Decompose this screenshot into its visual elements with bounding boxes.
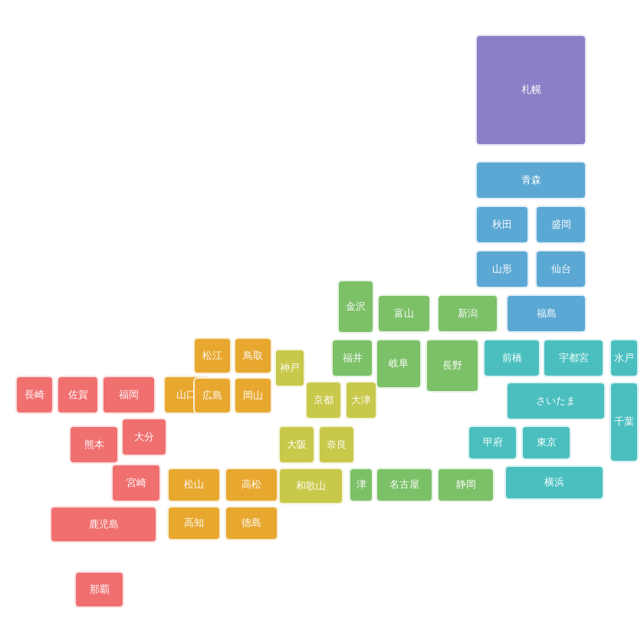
region-label-saga: 佐賀	[68, 389, 88, 402]
region-kofu[interactable]: 甲府	[468, 426, 518, 460]
region-fukushima[interactable]: 福島	[506, 294, 586, 333]
region-label-oita: 大分	[134, 431, 154, 444]
region-matsue[interactable]: 松江	[193, 337, 232, 374]
region-naha[interactable]: 那覇	[74, 571, 124, 608]
region-label-matsuyama: 松山	[184, 478, 204, 491]
region-hiroshima[interactable]: 広島	[193, 377, 232, 414]
region-label-sapporo: 札幌	[521, 84, 541, 97]
region-tottori[interactable]: 鳥取	[234, 337, 272, 374]
region-sapporo[interactable]: 札幌	[475, 34, 586, 146]
region-niigata[interactable]: 新潟	[437, 294, 498, 333]
region-gifu[interactable]: 岐阜	[376, 339, 422, 389]
region-nagoya[interactable]: 名古屋	[376, 468, 433, 502]
region-label-takamatsu: 高松	[242, 478, 261, 491]
region-aomori[interactable]: 青森	[475, 161, 586, 199]
region-kanazawa[interactable]: 金沢	[337, 280, 374, 334]
region-saga[interactable]: 佐賀	[57, 376, 99, 414]
region-osaka[interactable]: 大阪	[278, 426, 315, 464]
region-kyoto[interactable]: 京都	[305, 381, 342, 419]
region-label-okayama: 岡山	[243, 389, 263, 402]
region-label-hiroshima: 広島	[202, 389, 222, 402]
region-takamatsu[interactable]: 高松	[225, 468, 278, 502]
region-label-saitama: さいたま	[536, 395, 576, 408]
region-label-tsu: 津	[356, 478, 366, 491]
region-okayama[interactable]: 岡山	[234, 377, 272, 414]
region-otsu[interactable]: 大津	[345, 381, 377, 419]
region-label-sendai: 仙台	[551, 263, 571, 276]
region-kochi[interactable]: 高知	[167, 506, 221, 540]
region-maebashi[interactable]: 前橋	[483, 339, 540, 377]
region-label-fukuoka: 福岡	[119, 389, 139, 402]
region-matsuyama[interactable]: 松山	[167, 468, 221, 502]
region-label-kochi: 高知	[184, 517, 204, 530]
region-label-aomori: 青森	[521, 174, 541, 187]
region-label-nara: 奈良	[327, 439, 347, 452]
region-label-fukui: 福井	[343, 352, 363, 365]
region-label-kagoshima: 鹿児島	[89, 518, 119, 531]
region-label-morioka: 盛岡	[551, 219, 571, 232]
region-fukuoka[interactable]: 福岡	[102, 376, 156, 414]
region-label-nagasaki: 長崎	[25, 389, 44, 402]
region-label-tokushima: 徳島	[242, 517, 261, 530]
region-label-tottori: 鳥取	[243, 350, 263, 363]
region-label-shizuoka: 静岡	[456, 478, 476, 491]
region-label-niigata: 新潟	[458, 307, 478, 320]
region-shizuoka[interactable]: 静岡	[437, 468, 495, 502]
region-label-nagoya: 名古屋	[389, 478, 419, 491]
region-label-fukushima: 福島	[537, 307, 557, 320]
region-label-maebashi: 前橋	[502, 352, 522, 365]
region-label-wakayama: 和歌山	[296, 480, 326, 493]
japan-map: 札幌青森秋田盛岡山形仙台福島新潟富山金沢前橋宇都宮水戸さいたま長野岐阜福井神戸京…	[0, 0, 644, 644]
region-yamagata[interactable]: 山形	[475, 250, 529, 288]
region-nara[interactable]: 奈良	[318, 426, 355, 464]
region-mito[interactable]: 水戸	[610, 339, 639, 377]
region-label-gifu: 岐阜	[389, 357, 409, 370]
region-tsu[interactable]: 津	[349, 468, 373, 502]
region-label-yamagata: 山形	[492, 263, 512, 276]
region-oita[interactable]: 大分	[121, 418, 167, 456]
region-utsunomiya[interactable]: 宇都宮	[543, 339, 604, 377]
region-akita[interactable]: 秋田	[475, 205, 529, 244]
region-label-otsu: 大津	[351, 394, 371, 407]
region-label-akita: 秋田	[492, 219, 512, 232]
region-sendai[interactable]: 仙台	[535, 250, 586, 288]
region-label-matsue: 松江	[202, 350, 222, 363]
region-label-nagano: 長野	[442, 360, 462, 373]
region-label-tokyo: 東京	[537, 436, 557, 449]
region-label-kanazawa: 金沢	[346, 301, 366, 314]
region-tokushima[interactable]: 徳島	[225, 506, 278, 540]
region-miyazaki[interactable]: 宮崎	[111, 464, 161, 502]
region-label-naha: 那覇	[90, 583, 110, 596]
region-label-toyama: 富山	[394, 307, 414, 320]
region-saitama[interactable]: さいたま	[506, 382, 606, 420]
region-label-mito: 水戸	[614, 352, 634, 365]
region-label-kyoto: 京都	[314, 394, 334, 407]
region-kagoshima[interactable]: 鹿児島	[50, 506, 157, 543]
region-kobe[interactable]: 神戸	[274, 349, 305, 387]
region-label-miyazaki: 宮崎	[127, 477, 146, 490]
region-tokyo[interactable]: 東京	[521, 426, 571, 460]
region-nagano[interactable]: 長野	[426, 339, 479, 393]
region-chiba[interactable]: 千葉	[610, 382, 639, 462]
region-label-yokohama: 横浜	[544, 476, 564, 489]
region-label-osaka: 大阪	[287, 439, 307, 452]
region-label-kumamoto: 熊本	[84, 439, 104, 452]
region-label-kofu: 甲府	[483, 436, 503, 449]
region-label-chiba: 千葉	[614, 416, 634, 429]
region-kumamoto[interactable]: 熊本	[69, 426, 119, 464]
region-nagasaki[interactable]: 長崎	[15, 376, 54, 414]
region-wakayama[interactable]: 和歌山	[278, 468, 343, 504]
region-label-utsunomiya: 宇都宮	[559, 352, 589, 365]
region-morioka[interactable]: 盛岡	[535, 205, 586, 244]
region-yokohama[interactable]: 横浜	[504, 465, 604, 500]
region-fukui[interactable]: 福井	[331, 339, 373, 377]
region-label-kobe: 神戸	[280, 362, 300, 375]
region-toyama[interactable]: 富山	[377, 294, 431, 333]
